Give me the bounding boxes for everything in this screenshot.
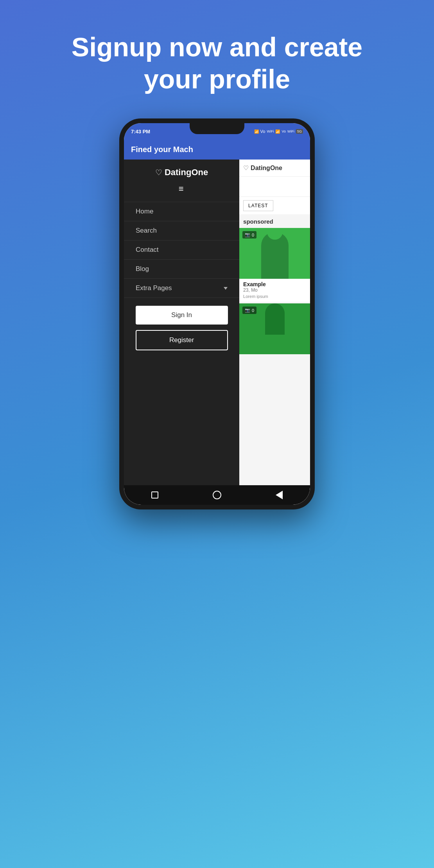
- card-info: Example 23, Mo Lorem ipsum: [239, 279, 310, 302]
- hamburger-menu-icon[interactable]: ≡: [179, 184, 185, 194]
- card-image-green2: 📷 0: [239, 303, 310, 354]
- nav-item-contact[interactable]: Contact: [124, 240, 239, 260]
- nav-item-home[interactable]: Home: [124, 202, 239, 221]
- signal2-icon: 📶: [275, 129, 280, 134]
- filter-bar: LATEST: [239, 197, 310, 214]
- profile-card-2: 📷 0: [239, 303, 310, 354]
- nav-recent-button[interactable]: [274, 490, 284, 500]
- nav-search-label: Search: [136, 227, 157, 235]
- hero-title: Signup now and create your profile: [70, 31, 364, 95]
- main-image-placeholder: [239, 177, 310, 196]
- phone-screen: 7:43 PM 📶 Vo WiFi 📶 Vo WiFi 5G Fined you…: [124, 123, 310, 505]
- main-logo-heart-icon: ♡: [243, 164, 249, 172]
- nav-contact-label: Contact: [136, 246, 159, 254]
- sign-in-button[interactable]: Sign In: [136, 306, 228, 325]
- wifi-label: WiFi: [267, 129, 274, 133]
- camera-icon-2: 📷: [245, 308, 250, 313]
- photo-count-badge: 📷 0: [242, 231, 256, 239]
- nav-home-button[interactable]: [212, 490, 222, 500]
- screen-content: ♡ DatingOne ≡ Home Search Contact: [124, 160, 310, 487]
- status-icons: 📶 Vo WiFi 📶 Vo WiFi 5G: [254, 129, 303, 134]
- card-description: Lorem ipsum: [243, 294, 306, 299]
- nav-blog-label: Blog: [136, 265, 149, 273]
- sponsored-label: sponsored: [239, 214, 310, 226]
- wifi2-label: Vo: [282, 129, 286, 133]
- main-logo-prefix: Dating: [251, 165, 270, 171]
- nav-item-extra-pages[interactable]: Extra Pages: [124, 279, 239, 298]
- phone-bottom-nav: [124, 485, 310, 505]
- camera-icon: 📷: [245, 232, 250, 237]
- main-logo-bar: ♡ DatingOne: [239, 160, 310, 177]
- nav-extra-label: Extra Pages: [136, 284, 172, 292]
- nav-menu: Home Search Contact Blog Extra Pages: [124, 202, 239, 298]
- phone-mockup: 7:43 PM 📶 Vo WiFi 📶 Vo WiFi 5G Fined you…: [119, 118, 315, 509]
- sidebar-drawer: ♡ DatingOne ≡ Home Search Contact: [124, 160, 239, 487]
- nav-back-button[interactable]: [150, 490, 160, 500]
- square-icon: [151, 491, 158, 499]
- main-logo-text: DatingOne: [251, 165, 282, 172]
- card-name: Example: [243, 281, 306, 287]
- sidebar-logo-text: DatingOne: [165, 167, 208, 178]
- logo-prefix: Dating: [165, 167, 191, 177]
- status-time: 7:43 PM: [131, 129, 150, 135]
- chevron-down-icon: [224, 287, 228, 290]
- card-age: 23, Mo: [243, 287, 306, 293]
- notch: [190, 123, 244, 134]
- wifi3-label: WiFi: [287, 129, 294, 133]
- circle-icon: [213, 491, 221, 499]
- logo-heart-icon: ♡: [155, 168, 162, 177]
- app-header-bar: Fined your Mach: [124, 140, 310, 160]
- register-button[interactable]: Register: [136, 330, 228, 350]
- photo-count: 0: [252, 233, 254, 237]
- profile-card: 📷 0 Example 23, Mo Lorem ipsum: [239, 228, 310, 302]
- app-header-title: Fined your Mach: [131, 145, 193, 154]
- latest-filter-button[interactable]: LATEST: [243, 200, 273, 211]
- main-content-panel: ♡ DatingOne LATEST sponsored: [239, 160, 310, 487]
- card-image-green: 📷 0: [239, 228, 310, 279]
- nav-item-blog[interactable]: Blog: [124, 260, 239, 279]
- logo-suffix: One: [191, 167, 208, 177]
- 5g-badge: 5G: [296, 129, 303, 134]
- status-bar: 7:43 PM 📶 Vo WiFi 📶 Vo WiFi 5G: [124, 123, 310, 140]
- photo-count-2: 0: [252, 308, 254, 313]
- triangle-icon: [276, 491, 283, 499]
- main-logo-suffix: One: [270, 165, 282, 171]
- photo-count-badge-2: 📷 0: [242, 307, 256, 314]
- signal-icon: 📶: [254, 129, 259, 134]
- wifi-icon: Vo: [260, 129, 265, 134]
- sidebar-logo: ♡ DatingOne: [155, 167, 208, 178]
- sidebar-buttons: Sign In Register: [136, 306, 228, 350]
- nav-home-label: Home: [136, 208, 153, 215]
- nav-item-search[interactable]: Search: [124, 221, 239, 240]
